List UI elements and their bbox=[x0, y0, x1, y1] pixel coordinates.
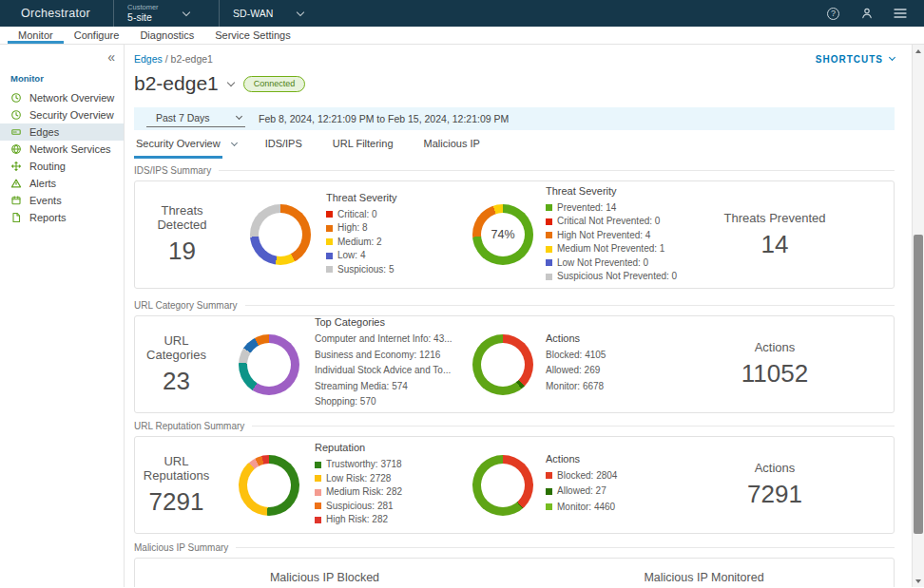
malicious-ip-summary-section: Malicious IP Summary Malicious IP Blocke… bbox=[134, 542, 895, 587]
legend-text: Blocked: 4105 bbox=[546, 350, 606, 361]
url-category-actions-legend: Actions Blocked: 4105Allowed: 269Monitor… bbox=[546, 332, 713, 397]
customer-selector[interactable]: Customer 5-site bbox=[114, 0, 219, 27]
user-icon[interactable] bbox=[859, 7, 874, 21]
help-icon[interactable]: ? bbox=[826, 7, 840, 21]
triangle-up-icon bbox=[915, 49, 921, 53]
stat-label: Actions bbox=[713, 461, 837, 475]
events-icon bbox=[10, 195, 22, 206]
legend-swatch bbox=[315, 462, 321, 468]
legend-text: Suspicious: 5 bbox=[337, 264, 394, 275]
donut-hole: 74% bbox=[481, 213, 525, 256]
subtab-security-overview[interactable]: Security Overview bbox=[134, 133, 250, 157]
donut-hole bbox=[247, 464, 291, 507]
stat-value: 11052 bbox=[713, 359, 837, 389]
legend-text: Allowed: 27 bbox=[557, 485, 606, 497]
legend-swatch bbox=[326, 253, 333, 259]
legend-item: High Risk: 282 bbox=[315, 514, 457, 525]
legend-item: Blocked: 4105 bbox=[546, 350, 713, 361]
threats-detected-stat: Threats Detected 19 bbox=[135, 203, 229, 266]
tab-monitor[interactable]: Monitor bbox=[8, 27, 64, 44]
top-categories-legend: Top Categories Computer and Internet Inf… bbox=[315, 316, 457, 412]
url-category-summary-card: URL Categories 23 Top Categories Compute… bbox=[134, 315, 895, 413]
time-range-select[interactable]: Past 7 Days bbox=[146, 110, 245, 127]
stat-value: 23 bbox=[135, 367, 218, 396]
legend-swatch bbox=[326, 225, 333, 232]
threat-severity-detected-legend: Threat Severity Critical: 0High: 8Medium… bbox=[326, 192, 469, 278]
sidebar-section-label: Monitor bbox=[10, 73, 124, 84]
legend-swatch bbox=[546, 204, 552, 211]
legend-text: Low: 4 bbox=[337, 250, 365, 261]
donut-center-label: 74% bbox=[491, 228, 514, 241]
legend-text: High Risk: 282 bbox=[326, 514, 388, 525]
legend-text: High Not Prevented: 4 bbox=[557, 230, 650, 241]
network-overview-icon bbox=[10, 92, 22, 104]
customer-label: Customer bbox=[127, 4, 159, 12]
stat-value: 7291 bbox=[713, 480, 837, 509]
sidebar-item-label: Reports bbox=[29, 212, 67, 223]
sidebar-item-edges[interactable]: Edges bbox=[0, 123, 124, 141]
sidebar: « Monitor Network Overview Security Over… bbox=[0, 45, 125, 587]
legend-text: Medium: 2 bbox=[337, 237, 382, 248]
sidebar-collapse-icon[interactable]: « bbox=[107, 49, 115, 65]
ids-ips-summary-card: Threats Detected 19 Threat Severity Crit… bbox=[134, 180, 895, 289]
subtab-url-filtering[interactable]: URL Filtering bbox=[318, 133, 409, 157]
sidebar-item-label: Events bbox=[29, 195, 62, 206]
legend-text: Suspicious Not Prevented: 0 bbox=[557, 271, 677, 282]
section-title: URL Reputation Summary bbox=[134, 421, 244, 431]
security-subtabs: Security Overview IDS/IPS URL Filtering … bbox=[134, 133, 895, 157]
sidebar-item-label: Network Overview bbox=[29, 92, 114, 104]
sidebar-item-network-overview[interactable]: Network Overview bbox=[0, 89, 124, 106]
legend-swatch bbox=[546, 274, 552, 280]
subtab-label: Security Overview bbox=[134, 132, 222, 159]
malicious-ip-blocked-stat: Malicious IP Blocked 48 bbox=[135, 559, 514, 587]
sidebar-item-events[interactable]: Events bbox=[0, 192, 124, 209]
scroll-down-button[interactable] bbox=[913, 575, 924, 587]
section-divider bbox=[245, 305, 895, 306]
subtab-malicious-ip[interactable]: Malicious IP bbox=[409, 133, 495, 157]
sidebar-item-network-services[interactable]: Network Services bbox=[0, 141, 124, 158]
legend-text: Monitor: 4460 bbox=[557, 502, 615, 513]
legend-item: Computer and Internet Info: 43... bbox=[315, 333, 457, 345]
legend-item: Streaming Media: 574 bbox=[315, 381, 457, 392]
time-range-bar: Past 7 Days Feb 8, 2024, 12:21:09 PM to … bbox=[134, 107, 895, 130]
chevron-down-icon bbox=[297, 8, 304, 15]
scrollbar-thumb[interactable] bbox=[914, 235, 923, 534]
url-reputation-summary-section: URL Reputation Summary URL Reputations 7… bbox=[134, 421, 895, 534]
url-category-summary-section: URL Category Summary URL Categories 23 T… bbox=[134, 300, 895, 413]
page-title: b2-edge1 bbox=[134, 72, 219, 95]
scroll-up-button[interactable] bbox=[913, 45, 924, 57]
tab-service-settings[interactable]: Service Settings bbox=[204, 27, 300, 44]
sidebar-item-reports[interactable]: Reports bbox=[0, 209, 124, 226]
sidebar-item-security-overview[interactable]: Security Overview bbox=[0, 106, 124, 123]
legend-item: Allowed: 269 bbox=[546, 365, 713, 376]
subtab-label: IDS/IPS bbox=[263, 132, 304, 159]
breadcrumb: Edges / b2-edge1 bbox=[134, 53, 213, 65]
nav-tabs: Monitor Configure Diagnostics Service Se… bbox=[0, 27, 924, 45]
legend-item: Suspicious: 281 bbox=[315, 501, 457, 512]
legend-item: Critical Not Prevented: 0 bbox=[546, 216, 713, 227]
tab-configure[interactable]: Configure bbox=[64, 27, 130, 44]
stat-value: 7291 bbox=[135, 487, 218, 517]
url-reputation-actions-donut bbox=[472, 455, 533, 516]
brand-logo: Orchestrator bbox=[0, 0, 113, 27]
legend-text: High: 8 bbox=[337, 222, 368, 234]
subtab-ids-ips[interactable]: IDS/IPS bbox=[250, 133, 318, 157]
menu-icon[interactable] bbox=[893, 7, 907, 21]
breadcrumb-edges-link[interactable]: Edges bbox=[134, 53, 163, 65]
breadcrumb-separator: / bbox=[165, 53, 168, 65]
threats-detected-donut bbox=[250, 204, 311, 265]
legend-title: Reputation bbox=[315, 442, 457, 453]
legend-swatch bbox=[326, 238, 333, 245]
edges-icon bbox=[10, 126, 22, 138]
service-selector[interactable]: SD-WAN bbox=[220, 0, 324, 27]
triangle-down-icon bbox=[915, 579, 921, 583]
sidebar-item-alerts[interactable]: Alerts bbox=[0, 175, 124, 192]
sidebar-item-routing[interactable]: Routing bbox=[0, 158, 124, 175]
scrollbar[interactable] bbox=[912, 45, 924, 587]
shortcuts-button[interactable]: SHORTCUTS bbox=[816, 54, 895, 65]
edge-title-chevron-icon[interactable] bbox=[227, 78, 235, 85]
tab-diagnostics[interactable]: Diagnostics bbox=[129, 27, 204, 44]
legend-title: Actions bbox=[546, 332, 713, 344]
legend-text: Blocked: 2804 bbox=[557, 470, 617, 482]
url-categories-donut bbox=[239, 334, 299, 395]
